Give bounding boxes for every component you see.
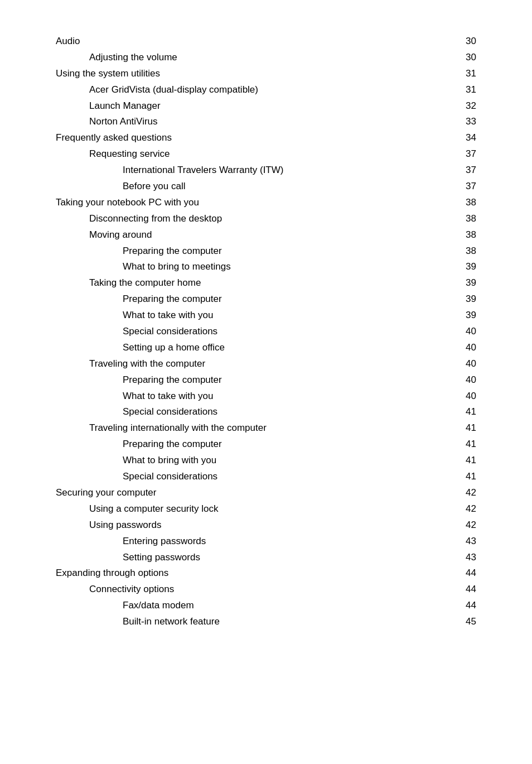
toc-entry: Special considerations41: [56, 469, 476, 485]
toc-entry: Frequently asked questions34: [56, 130, 476, 146]
toc-entry: Audio30: [56, 33, 476, 50]
toc-entry-page: 42: [454, 501, 476, 517]
toc-entry-text: Using a computer security lock: [89, 501, 454, 517]
toc-entry-page: 40: [454, 356, 476, 372]
toc-entry: Traveling internationally with the compu…: [56, 420, 476, 436]
toc-entry-text: Built-in network feature: [123, 614, 454, 630]
toc-entry-text: Expanding through options: [56, 565, 454, 582]
toc-entry-text: Preparing the computer: [123, 372, 454, 388]
toc-entry-page: 38: [454, 195, 476, 211]
toc-entry-text: Moving around: [89, 227, 454, 243]
toc-entry-page: 41: [454, 469, 476, 485]
toc-entry-text: What to bring to meetings: [123, 259, 454, 275]
toc-entry-text: Special considerations: [123, 404, 454, 420]
toc-entry-page: 31: [454, 66, 476, 82]
toc-entry-text: Adjusting the volume: [89, 50, 454, 66]
toc-entry-page: 41: [454, 436, 476, 453]
toc-entry: Taking the computer home39: [56, 275, 476, 291]
toc-entry-page: 45: [454, 614, 476, 630]
toc-entry-text: What to take with you: [123, 307, 454, 324]
toc-entry: Securing your computer42: [56, 485, 476, 501]
toc-entry-text: Acer GridVista (dual-display compatible): [89, 82, 454, 98]
toc-entry-page: 40: [454, 340, 476, 356]
toc-entry-page: 38: [454, 243, 476, 260]
toc-entry-page: 37: [454, 179, 476, 195]
toc-entry: Norton AntiVirus33: [56, 114, 476, 130]
toc-entry: Disconnecting from the desktop38: [56, 211, 476, 227]
toc-entry-text: Using passwords: [89, 517, 454, 534]
toc-entry: Fax/data modem44: [56, 598, 476, 614]
toc-entry-text: Audio: [56, 33, 454, 50]
toc-entry-page: 41: [454, 453, 476, 469]
toc-entry-page: 30: [454, 50, 476, 66]
toc-entry-text: Frequently asked questions: [56, 130, 454, 146]
toc-entry-text: Taking the computer home: [89, 275, 454, 291]
toc-entry: Traveling with the computer40: [56, 356, 476, 372]
toc-entry: Before you call37: [56, 179, 476, 195]
toc-entry-page: 44: [454, 565, 476, 582]
toc-entry: Using the system utilities31: [56, 66, 476, 82]
toc-entry-text: Before you call: [123, 179, 454, 195]
toc-entry-page: 40: [454, 372, 476, 388]
toc-entry-page: 40: [454, 388, 476, 405]
toc-entry: Connectivity options44: [56, 582, 476, 598]
toc-entry-text: Disconnecting from the desktop: [89, 211, 454, 227]
toc-entry-page: 43: [454, 534, 476, 550]
toc-entry: Taking your notebook PC with you38: [56, 195, 476, 211]
toc-entry: Expanding through options44: [56, 565, 476, 582]
toc-entry: Built-in network feature45: [56, 614, 476, 630]
toc-entry: International Travelers Warranty (ITW)37: [56, 162, 476, 179]
toc-entry: Using a computer security lock42: [56, 501, 476, 517]
toc-entry: What to take with you39: [56, 307, 476, 324]
toc-entry-page: 37: [454, 162, 476, 179]
toc-entry-page: 44: [454, 598, 476, 614]
toc-entry-page: 39: [454, 259, 476, 275]
toc-entry-text: Special considerations: [123, 324, 454, 340]
toc-entry-page: 42: [454, 485, 476, 501]
toc-entry-page: 40: [454, 324, 476, 340]
toc-entry-text: Special considerations: [123, 469, 454, 485]
toc-entry-page: 32: [454, 98, 476, 114]
toc-entry-page: 31: [454, 82, 476, 98]
toc-entry-text: Setting passwords: [123, 550, 454, 566]
toc-entry: Requesting service37: [56, 146, 476, 162]
toc-entry: Moving around38: [56, 227, 476, 243]
toc-entry-text: Connectivity options: [89, 582, 454, 598]
toc-entry-page: 37: [454, 146, 476, 162]
toc-entry-text: Securing your computer: [56, 485, 454, 501]
toc-entry: Preparing the computer41: [56, 436, 476, 453]
toc-entry: Using passwords42: [56, 517, 476, 534]
toc-entry: Preparing the computer38: [56, 243, 476, 260]
toc-entry-text: Norton AntiVirus: [89, 114, 454, 130]
toc-entry: Special considerations40: [56, 324, 476, 340]
toc-entry-page: 30: [454, 33, 476, 50]
toc-entry-text: Using the system utilities: [56, 66, 454, 82]
toc-entry-text: What to take with you: [123, 388, 454, 405]
toc-entry: What to bring with you41: [56, 453, 476, 469]
toc-entry-page: 42: [454, 517, 476, 534]
toc-entry-text: Taking your notebook PC with you: [56, 195, 454, 211]
toc-entry-text: Entering passwords: [123, 534, 454, 550]
toc-entry-text: Preparing the computer: [123, 291, 454, 307]
toc-entry: Setting passwords43: [56, 550, 476, 566]
toc-entry-page: 38: [454, 211, 476, 227]
toc-entry: What to take with you40: [56, 388, 476, 405]
toc-entry-page: 41: [454, 404, 476, 420]
toc-entry-text: Setting up a home office: [123, 340, 454, 356]
toc-entry-text: Launch Manager: [89, 98, 454, 114]
toc-entry-text: Traveling internationally with the compu…: [89, 420, 454, 436]
toc-entry-text: Preparing the computer: [123, 243, 454, 260]
toc-entry: Launch Manager32: [56, 98, 476, 114]
toc-container: Audio30Adjusting the volume30Using the s…: [33, 22, 499, 641]
toc-entry: Preparing the computer39: [56, 291, 476, 307]
toc-entry-page: 34: [454, 130, 476, 146]
toc-entry: What to bring to meetings39: [56, 259, 476, 275]
toc-entry: Entering passwords43: [56, 534, 476, 550]
toc-entry: Setting up a home office40: [56, 340, 476, 356]
toc-entry-text: Requesting service: [89, 146, 454, 162]
toc-entry-page: 38: [454, 227, 476, 243]
toc-entry: Special considerations41: [56, 404, 476, 420]
toc-entry: Adjusting the volume30: [56, 50, 476, 66]
toc-entry: Acer GridVista (dual-display compatible)…: [56, 82, 476, 98]
toc-entry-text: What to bring with you: [123, 453, 454, 469]
